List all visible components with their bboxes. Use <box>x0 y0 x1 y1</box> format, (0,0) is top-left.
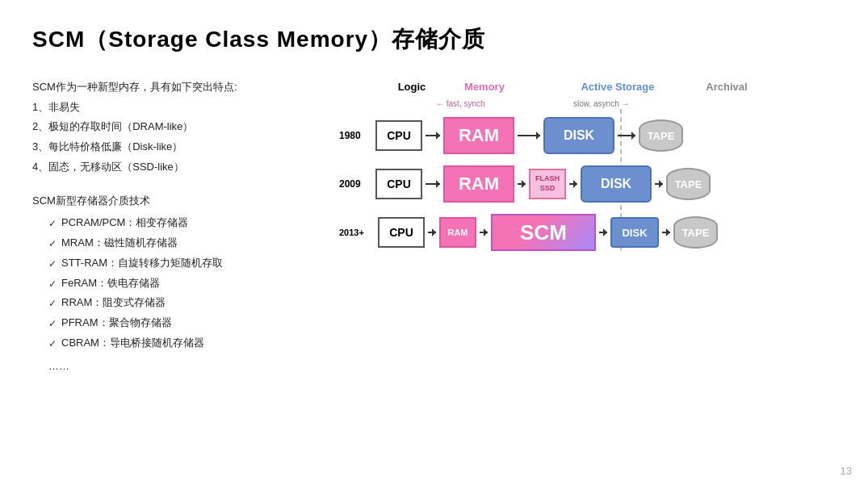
slide-title: SCM（Storage Class Memory）存储介质 <box>32 24 836 55</box>
header-logic: Logic <box>379 81 444 93</box>
desc-line-4: 4、固态，无移动区（SSD-like） <box>32 157 323 178</box>
tape-block-1980: TAPE <box>639 119 683 152</box>
scm-block-2013: SCM <box>491 214 596 251</box>
tech-item-2: ✓ STT-RAM：自旋转移力矩随机存取 <box>32 253 323 274</box>
tech-list: SCM新型存储器介质技术 ✓ PCRAM/PCM：相变存储器 ✓ MRAM：磁性… <box>32 191 323 376</box>
header-memory: Memory <box>444 81 525 93</box>
check-icon-4: ✓ <box>48 295 57 313</box>
check-icon-6: ✓ <box>48 335 57 353</box>
tape-block-2009: TAPE <box>666 168 711 200</box>
check-icon-0: ✓ <box>48 215 57 233</box>
check-icon-2: ✓ <box>48 255 57 274</box>
diagram-row-2013: 2013+ CPU RAM SCM DISK TAPE <box>339 214 836 251</box>
header-archival: Archival <box>694 81 759 93</box>
tech-item-0: ✓ PCRAM/PCM：相变存储器 <box>32 213 323 233</box>
desc-line-0: SCM作为一种新型内存，具有如下突出特点: <box>32 77 323 98</box>
diagram-row-1980: 1980 CPU RAM DISK TAPE <box>339 117 836 154</box>
connector-8 <box>428 232 436 233</box>
connector-2 <box>518 135 540 136</box>
year-2009: 2009 <box>339 178 375 190</box>
check-icon-3: ✓ <box>48 275 57 294</box>
left-panel: SCM作为一种新型内存，具有如下突出特点: 1、非易失 2、极短的存取时间（DR… <box>32 77 323 376</box>
desc-line-1: 1、非易失 <box>32 98 323 118</box>
row-items-2009: CPU RAM FLASHSSD DISK TAPE <box>375 165 711 203</box>
connector-5 <box>518 183 526 185</box>
page-number: 13 <box>841 465 852 477</box>
right-panel: Logic Memory Active Storage Archival ← f… <box>339 77 836 376</box>
disk-block-1980: DISK <box>543 117 614 154</box>
connector-9 <box>480 232 488 233</box>
tech-item-4: ✓ RRAM：阻变式存储器 <box>32 293 323 313</box>
desc-line-2: 2、极短的存取时间（DRAM-like） <box>32 117 323 137</box>
flash-text: FLASHSSD <box>535 174 560 193</box>
speed-slow-label: slow, asynch → <box>573 99 629 108</box>
description: SCM作为一种新型内存，具有如下突出特点: 1、非易失 2、极短的存取时间（DR… <box>32 77 323 177</box>
tech-item-5: ✓ PFRAM：聚合物存储器 <box>32 313 323 333</box>
disk-block-2013: DISK <box>610 217 659 248</box>
connector-10 <box>599 232 607 233</box>
diagram-wrapper: Logic Memory Active Storage Archival ← f… <box>339 81 836 251</box>
tech-title: SCM新型存储器介质技术 <box>32 191 323 211</box>
speed-fast-label: ← fast, synch <box>436 99 485 108</box>
connector-6 <box>569 183 577 185</box>
tech-item-6: ✓ CBRAM：导电桥接随机存储器 <box>32 333 323 353</box>
tech-item-1: ✓ MRAM：磁性随机存储器 <box>32 233 323 253</box>
year-2013: 2013+ <box>339 228 378 237</box>
ellipsis: …… <box>48 357 323 377</box>
connector-3 <box>618 135 635 136</box>
desc-line-3: 3、每比特价格低廉（Disk-like） <box>32 137 323 157</box>
ram-block-2013: RAM <box>439 217 476 248</box>
connector-1 <box>426 135 440 136</box>
connector-11 <box>662 232 670 233</box>
diagram-row-2009: 2009 CPU RAM FLASHSSD DISK <box>339 165 836 203</box>
header-active: Active Storage <box>541 81 694 93</box>
content-area: SCM作为一种新型内存，具有如下突出特点: 1、非易失 2、极短的存取时间（DR… <box>32 77 836 376</box>
diagram-header: Logic Memory Active Storage Archival <box>339 81 836 93</box>
connector-7 <box>655 183 663 185</box>
ram-block-2009: RAM <box>443 165 514 203</box>
disk-block-2009: DISK <box>581 165 652 203</box>
tape-block-2013: TAPE <box>673 216 718 249</box>
check-icon-5: ✓ <box>48 315 57 333</box>
check-icon-1: ✓ <box>48 235 57 253</box>
slide: SCM（Storage Class Memory）存储介质 SCM作为一种新型内… <box>0 0 868 485</box>
cpu-block-1980: CPU <box>375 120 422 151</box>
row-items-1980: CPU RAM DISK TAPE <box>375 117 683 154</box>
row-items-2013: CPU RAM SCM DISK TAPE <box>378 214 718 251</box>
connector-4 <box>426 183 440 185</box>
year-1980: 1980 <box>339 130 375 141</box>
ram-block-1980: RAM <box>443 117 514 154</box>
tech-item-3: ✓ FeRAM：铁电存储器 <box>32 274 323 294</box>
cpu-block-2009: CPU <box>375 169 422 199</box>
cpu-block-2013: CPU <box>378 217 425 248</box>
flash-block-2009: FLASHSSD <box>529 169 566 199</box>
